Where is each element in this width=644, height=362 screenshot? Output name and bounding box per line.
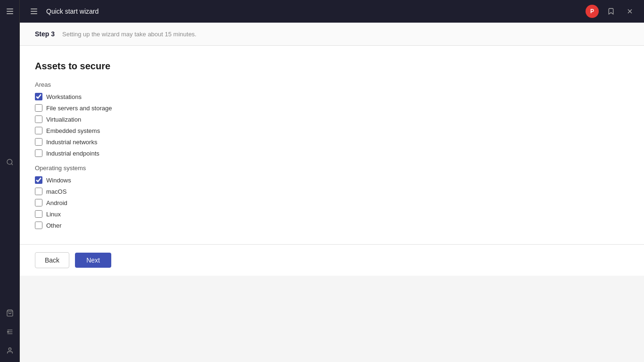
section-title: Assets to secure xyxy=(35,61,629,72)
other-label: Other xyxy=(46,222,62,229)
topbar-right: P xyxy=(586,5,636,18)
areas-label: Areas xyxy=(35,81,629,88)
topbar-left: Quick start wizard xyxy=(27,5,99,18)
industrial-endpoints-label: Industrial endpoints xyxy=(46,150,99,157)
checkbox-windows[interactable]: Windows xyxy=(35,176,629,184)
bookmark-icon[interactable] xyxy=(604,5,618,18)
topbar-title: Quick start wizard xyxy=(46,8,99,15)
svg-point-7 xyxy=(8,348,11,350)
sidebar-hamburger[interactable] xyxy=(2,4,17,19)
avatar[interactable]: P xyxy=(586,5,599,18)
linux-label: Linux xyxy=(46,211,61,218)
sidebar-search-icon[interactable] xyxy=(2,155,17,170)
checkbox-virtualization[interactable]: Virtualization xyxy=(35,115,629,123)
svg-point-0 xyxy=(7,159,12,165)
checkbox-workstations[interactable]: Workstations xyxy=(35,93,629,100)
embedded-systems-label: Embedded systems xyxy=(46,127,100,134)
modal-content: Step 3 Setting up the wizard may take ab… xyxy=(20,23,644,276)
windows-label: Windows xyxy=(46,177,71,184)
virtualization-label: Virtualization xyxy=(46,116,81,123)
main-wrapper: Quick start wizard P Step 3 Setting up t… xyxy=(20,0,644,362)
checkbox-android[interactable]: Android xyxy=(35,199,629,206)
checkbox-industrial-networks[interactable]: Industrial networks xyxy=(35,138,629,146)
topbar: Quick start wizard P xyxy=(20,0,644,23)
checkbox-linux[interactable]: Linux xyxy=(35,210,629,218)
step-description: Setting up the wizard may take about 15 … xyxy=(62,31,197,38)
sidebar-user-icon[interactable] xyxy=(2,343,17,358)
topbar-menu-icon[interactable] xyxy=(27,5,41,18)
sidebar-settings-icon[interactable] xyxy=(2,324,17,339)
sidebar xyxy=(0,0,20,362)
os-label: Operating systems xyxy=(35,165,629,172)
back-button[interactable]: Back xyxy=(35,252,69,268)
next-button[interactable]: Next xyxy=(75,253,111,268)
checkbox-industrial-endpoints[interactable]: Industrial endpoints xyxy=(35,149,629,157)
android-label: Android xyxy=(46,199,67,206)
wizard-body: Assets to secure Areas Workstations File… xyxy=(20,46,644,244)
close-icon[interactable] xyxy=(623,5,636,18)
svg-point-6 xyxy=(7,331,8,333)
industrial-networks-label: Industrial networks xyxy=(46,139,97,146)
checkbox-other[interactable]: Other xyxy=(35,222,629,229)
macos-label: macOS xyxy=(46,188,66,195)
wizard-footer: Back Next xyxy=(20,244,644,276)
step-label: Step 3 xyxy=(35,30,55,38)
checkbox-embedded-systems[interactable]: Embedded systems xyxy=(35,127,629,134)
svg-line-1 xyxy=(11,164,13,165)
file-servers-label: File servers and storage xyxy=(46,105,112,112)
step-header: Step 3 Setting up the wizard may take ab… xyxy=(20,23,644,46)
sidebar-bag-icon[interactable] xyxy=(2,305,17,321)
checkbox-macos[interactable]: macOS xyxy=(35,188,629,195)
workstations-label: Workstations xyxy=(46,93,82,100)
checkbox-file-servers[interactable]: File servers and storage xyxy=(35,104,629,112)
